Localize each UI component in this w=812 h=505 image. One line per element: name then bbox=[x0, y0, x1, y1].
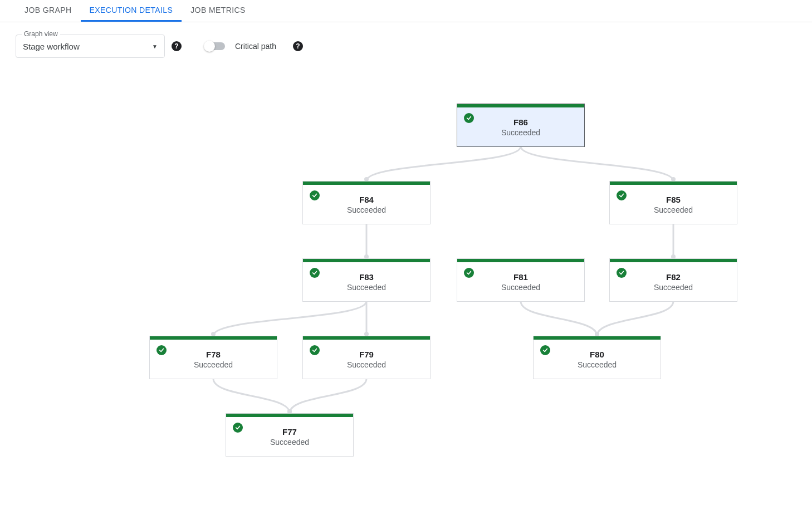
stage-node-f86[interactable]: F86Succeeded bbox=[457, 104, 585, 147]
node-title: F77 bbox=[282, 427, 297, 437]
critical-path-toggle[interactable] bbox=[205, 42, 225, 50]
node-body: F78Succeeded bbox=[150, 340, 277, 379]
node-status: Succeeded bbox=[501, 128, 540, 137]
critical-path-label: Critical path bbox=[235, 42, 276, 51]
toggle-knob bbox=[204, 41, 215, 52]
edge-F86-F85 bbox=[521, 146, 673, 181]
node-title: F82 bbox=[666, 272, 681, 282]
success-check-icon bbox=[233, 423, 243, 433]
node-title: F85 bbox=[666, 195, 681, 204]
help-icon[interactable]: ? bbox=[293, 41, 303, 51]
node-status: Succeeded bbox=[347, 283, 386, 292]
stage-node-f80[interactable]: F80Succeeded bbox=[533, 336, 661, 379]
success-check-icon bbox=[464, 268, 474, 278]
tab-job-metrics[interactable]: JOB METRICS bbox=[182, 0, 255, 22]
success-check-icon bbox=[464, 113, 474, 123]
node-title: F86 bbox=[513, 117, 528, 127]
stage-node-f78[interactable]: F78Succeeded bbox=[149, 336, 277, 379]
success-check-icon bbox=[156, 345, 167, 355]
node-status: Succeeded bbox=[347, 205, 386, 214]
node-status: Succeeded bbox=[347, 360, 386, 369]
tab-job-graph[interactable]: JOB GRAPH bbox=[16, 0, 81, 22]
chevron-down-icon: ▼ bbox=[152, 43, 158, 50]
node-body: F82Succeeded bbox=[610, 262, 737, 301]
stage-node-f79[interactable]: F79Succeeded bbox=[302, 336, 431, 379]
controls-bar: Graph view Stage workflow ▼ ? Critical p… bbox=[0, 22, 812, 70]
node-title: F79 bbox=[359, 350, 374, 359]
node-title: F80 bbox=[590, 350, 604, 359]
node-body: F79Succeeded bbox=[303, 340, 430, 379]
success-check-icon bbox=[540, 345, 550, 355]
node-body: F81Succeeded bbox=[457, 262, 584, 301]
node-title: F83 bbox=[359, 272, 374, 282]
success-check-icon bbox=[310, 190, 320, 200]
edge-F78-F77 bbox=[213, 379, 290, 413]
node-status: Succeeded bbox=[654, 205, 693, 214]
node-status: Succeeded bbox=[194, 360, 233, 369]
success-check-icon bbox=[617, 190, 627, 200]
node-body: F84Succeeded bbox=[303, 185, 430, 224]
edge-F86-F84 bbox=[366, 146, 521, 181]
stage-node-f84[interactable]: F84Succeeded bbox=[302, 181, 431, 224]
success-check-icon bbox=[310, 268, 320, 278]
node-body: F85Succeeded bbox=[610, 185, 737, 224]
help-icon[interactable]: ? bbox=[172, 41, 182, 51]
edge-F79-F77 bbox=[290, 379, 366, 413]
stage-node-f82[interactable]: F82Succeeded bbox=[609, 258, 737, 302]
edge-F82-F80 bbox=[597, 301, 673, 336]
stage-node-f81[interactable]: F81Succeeded bbox=[457, 258, 585, 302]
node-body: F83Succeeded bbox=[303, 262, 430, 301]
node-body: F80Succeeded bbox=[534, 340, 661, 379]
stage-node-f85[interactable]: F85Succeeded bbox=[609, 181, 737, 224]
node-title: F84 bbox=[359, 195, 374, 204]
node-status: Succeeded bbox=[654, 283, 693, 292]
node-status: Succeeded bbox=[270, 438, 309, 447]
graph-view-select[interactable]: Graph view Stage workflow ▼ bbox=[16, 35, 165, 58]
stage-node-f77[interactable]: F77Succeeded bbox=[226, 413, 354, 457]
stage-workflow-graph: F86SucceededF84SucceededF85SucceededF83S… bbox=[0, 70, 812, 505]
node-status: Succeeded bbox=[578, 360, 617, 369]
node-body: F77Succeeded bbox=[226, 417, 353, 456]
edge-F83-F78 bbox=[213, 301, 366, 336]
node-status: Succeeded bbox=[501, 283, 540, 292]
tab-execution-details[interactable]: EXECUTION DETAILS bbox=[81, 0, 182, 22]
node-title: F81 bbox=[513, 272, 528, 282]
tabs: JOB GRAPHEXECUTION DETAILSJOB METRICS bbox=[0, 0, 812, 22]
graph-view-value: Stage workflow bbox=[23, 42, 152, 51]
node-body: F86Succeeded bbox=[457, 107, 584, 146]
node-title: F78 bbox=[206, 350, 221, 359]
graph-view-label: Graph view bbox=[22, 30, 60, 38]
success-check-icon bbox=[617, 268, 627, 278]
edge-F81-F80 bbox=[521, 301, 597, 336]
stage-node-f83[interactable]: F83Succeeded bbox=[302, 258, 431, 302]
success-check-icon bbox=[310, 345, 320, 355]
